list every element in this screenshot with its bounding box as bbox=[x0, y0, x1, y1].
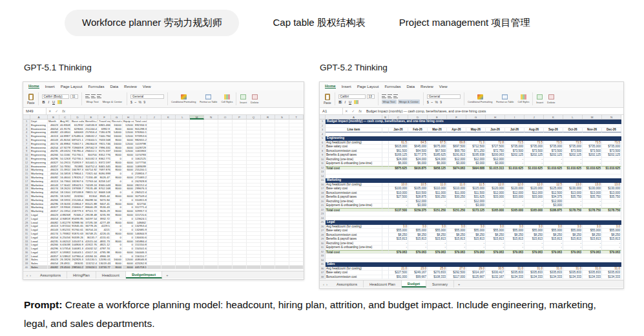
sheet-tab-summary[interactable]: Summary bbox=[426, 280, 454, 288]
merge-center-button[interactable]: Merge & Center bbox=[101, 100, 123, 104]
column-header-C[interactable]: C bbox=[389, 115, 408, 120]
ribbon-tab-view[interactable]: View bbox=[439, 85, 448, 89]
column-header-J[interactable]: J bbox=[525, 115, 544, 120]
cell[interactable] bbox=[382, 275, 389, 280]
cell[interactable]: $134,333 bbox=[525, 275, 544, 280]
cell[interactable]: $108,333 bbox=[428, 275, 447, 280]
conditional-formatting-icon[interactable] bbox=[477, 94, 483, 100]
conditional-formatting-button[interactable]: Conditional Formatting bbox=[171, 101, 196, 103]
delete-cells-icon[interactable] bbox=[252, 94, 258, 100]
ribbon-tab-insert[interactable]: Insert bbox=[45, 85, 55, 89]
conditional-formatting-icon[interactable] bbox=[181, 94, 187, 100]
cell[interactable] bbox=[190, 266, 204, 269]
bold-button[interactable]: B bbox=[42, 100, 46, 104]
column-header-M[interactable]: M bbox=[190, 115, 204, 120]
column-header-N[interactable]: N bbox=[602, 115, 621, 120]
sheet-tab-headcount[interactable]: Headcount bbox=[96, 271, 126, 278]
next-sheet-icon[interactable]: › bbox=[30, 273, 31, 277]
ribbon-tab-page-layout[interactable]: Page Layout bbox=[61, 85, 83, 89]
tab-workforce-planner[interactable]: Workforce planner 劳动力规划师 bbox=[65, 10, 239, 36]
cell[interactable]: $134,333 bbox=[583, 275, 602, 280]
column-header-K[interactable]: K bbox=[161, 115, 176, 120]
cell[interactable]: $134,333 bbox=[563, 275, 583, 280]
ribbon-tab-view[interactable]: View bbox=[143, 85, 151, 89]
column-header-I[interactable]: I bbox=[134, 115, 147, 120]
cell[interactable]: 46082 bbox=[48, 266, 59, 269]
underline-button[interactable]: U bbox=[348, 100, 352, 104]
cell[interactable]: 298560.2 bbox=[71, 266, 85, 269]
number-format-icons[interactable]: $ ~ % 9 bbox=[130, 100, 146, 104]
column-header-I[interactable]: I bbox=[505, 115, 525, 120]
sheet-tab-hiringplan[interactable]: HiringPlan bbox=[67, 271, 96, 278]
cell-styles-icon[interactable] bbox=[224, 94, 230, 100]
add-sheet-icon[interactable]: + bbox=[162, 271, 172, 278]
column-header-F[interactable]: F bbox=[447, 115, 466, 120]
paste-button[interactable]: Paste bbox=[324, 101, 331, 105]
cell-styles-button[interactable]: Cell Styles bbox=[221, 101, 233, 103]
wrap-text-button[interactable]: Wrap Text bbox=[382, 100, 397, 104]
cell[interactable]: 8000 bbox=[111, 266, 123, 269]
fill-color-icon[interactable] bbox=[354, 100, 358, 104]
ribbon-tab-home[interactable]: Home bbox=[325, 84, 336, 89]
prev-sheet-icon[interactable]: ‹ bbox=[323, 282, 324, 286]
align-middle-icon[interactable] bbox=[388, 94, 392, 98]
sheet-tab-assumptions[interactable]: Assumptions bbox=[34, 271, 67, 278]
number-format-select[interactable]: General bbox=[427, 94, 461, 99]
format-as-table-button[interactable]: Format as Table bbox=[200, 101, 217, 103]
column-header-E[interactable]: E bbox=[428, 115, 447, 120]
enter-icon[interactable]: ✓ bbox=[54, 109, 61, 113]
cell[interactable]: $134,333 bbox=[602, 275, 621, 280]
select-all-corner[interactable] bbox=[320, 115, 326, 120]
column-header-H[interactable]: H bbox=[123, 115, 134, 120]
fill-color-icon[interactable] bbox=[57, 100, 62, 104]
column-header-P[interactable]: P bbox=[233, 115, 247, 120]
cancel-icon[interactable]: ✕ bbox=[343, 109, 350, 113]
ribbon-tab-data[interactable]: Data bbox=[110, 85, 118, 89]
row-number[interactable]: 38 bbox=[320, 275, 326, 280]
column-header-G[interactable]: G bbox=[466, 115, 486, 120]
add-sheet-icon[interactable]: + bbox=[454, 280, 464, 288]
conditional-formatting-button[interactable]: Conditional Formatting bbox=[468, 101, 492, 103]
column-header-B[interactable]: B bbox=[382, 115, 389, 120]
column-header-N[interactable]: N bbox=[204, 115, 218, 120]
prev-sheet-icon[interactable]: ‹ bbox=[26, 273, 28, 277]
column-header-R[interactable]: R bbox=[261, 115, 275, 120]
format-as-table-icon[interactable] bbox=[205, 94, 211, 100]
column-header-E[interactable]: E bbox=[85, 115, 98, 120]
cell[interactable]: 6000 bbox=[123, 266, 134, 269]
column-header-S[interactable]: S bbox=[275, 115, 289, 120]
ribbon-tab-page-layout[interactable]: Page Layout bbox=[357, 85, 379, 89]
italic-button[interactable]: I bbox=[344, 100, 347, 104]
cell[interactable]: $117,000 bbox=[447, 275, 466, 280]
align-top-icon[interactable] bbox=[382, 94, 386, 98]
column-header-L[interactable]: L bbox=[563, 115, 583, 120]
cell[interactable] bbox=[218, 266, 233, 269]
column-header-A[interactable]: A bbox=[30, 115, 48, 120]
format-as-table-icon[interactable] bbox=[502, 94, 508, 100]
ribbon-tab-insert[interactable]: Insert bbox=[342, 85, 351, 89]
cell[interactable]: 445718.1 bbox=[134, 266, 147, 269]
row-number[interactable]: 40 bbox=[23, 266, 30, 269]
sheet-tab-assumptions[interactable]: Assumptions bbox=[331, 280, 364, 288]
wrap-text-button[interactable]: Wrap Text bbox=[85, 100, 100, 104]
delete-cells-icon[interactable] bbox=[548, 94, 554, 100]
sheet-tab-budgetimpact[interactable]: BudgetImpact bbox=[126, 271, 162, 278]
cell-styles-button[interactable]: Cell Styles bbox=[517, 101, 529, 103]
column-header-L[interactable]: L bbox=[176, 115, 190, 120]
paste-icon[interactable] bbox=[325, 94, 330, 100]
paste-icon[interactable] bbox=[28, 94, 34, 100]
column-header-Q[interactable]: Q bbox=[247, 115, 261, 120]
name-box[interactable]: A1 bbox=[320, 108, 343, 114]
cell[interactable] bbox=[261, 266, 275, 269]
cell[interactable] bbox=[289, 266, 304, 269]
cell[interactable] bbox=[247, 266, 261, 269]
ribbon-tab-data[interactable]: Data bbox=[406, 85, 415, 89]
cell[interactable]: $91,000 bbox=[389, 275, 408, 280]
sheet-tab-budget[interactable]: Budget bbox=[402, 280, 426, 288]
font-size-select[interactable]: 13 bbox=[367, 94, 375, 99]
align-bottom-icon[interactable] bbox=[393, 94, 398, 98]
next-sheet-icon[interactable]: › bbox=[326, 282, 327, 286]
ribbon-tab-review[interactable]: Review bbox=[421, 85, 433, 89]
cancel-icon[interactable]: ✕ bbox=[47, 109, 54, 113]
fx-icon[interactable]: fx bbox=[60, 109, 67, 113]
